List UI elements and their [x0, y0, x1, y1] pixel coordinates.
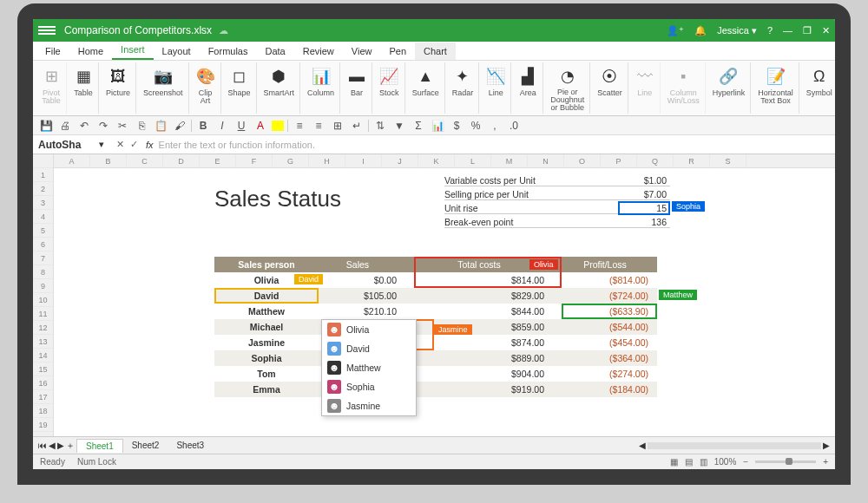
view-page-icon[interactable]: ▤ [685, 457, 693, 467]
ribbon-scatter[interactable]: ⦿Scatter [592, 62, 628, 114]
print-icon[interactable]: 🖨 [57, 119, 73, 133]
zoom-out-icon[interactable]: − [743, 457, 748, 467]
fill-color-icon[interactable] [272, 121, 284, 131]
currency-icon[interactable]: $ [449, 119, 464, 133]
sort-icon[interactable]: ⇅ [372, 119, 388, 133]
user-option[interactable]: ☻Olivia [322, 320, 416, 339]
format-painter-icon[interactable]: 🖌 [172, 119, 187, 133]
sheet-tab[interactable]: Sheet1 [76, 439, 123, 453]
minimize-icon[interactable]: — [783, 25, 792, 36]
zoom-level[interactable]: 100% [714, 457, 737, 467]
confirm-formula-icon[interactable]: ✓ [127, 139, 141, 150]
save-icon[interactable]: 💾 [38, 119, 54, 133]
cloud-sync-icon[interactable]: ☁ [219, 25, 228, 36]
underline-icon[interactable]: U [233, 119, 249, 133]
wrap-text-icon[interactable]: ↵ [349, 119, 365, 133]
ribbon-table[interactable]: ▦Table [69, 62, 99, 114]
ribbon-hyperlink[interactable]: 🔗Hyperlink [707, 62, 752, 114]
copy-icon[interactable]: ⎘ [134, 119, 149, 133]
next-sheet-icon[interactable]: ▶ [57, 441, 64, 450]
ribbon-line[interactable]: 📉Line [481, 62, 511, 114]
ribbon-picture[interactable]: 🖼Picture [101, 62, 136, 114]
ribbon-shape[interactable]: ◻Shape [223, 62, 257, 114]
italic-icon[interactable]: I [214, 119, 230, 133]
menu-tab-review[interactable]: Review [294, 42, 343, 60]
table-row[interactable]: Jasmine0$874.00($454.00) [214, 335, 657, 350]
ribbon-radar[interactable]: ✦Radar [447, 62, 480, 114]
hscroll-left-icon[interactable]: ◀ [639, 441, 646, 450]
summary-row[interactable]: Break-even point136 [444, 215, 670, 229]
undo-icon[interactable]: ↶ [76, 119, 92, 133]
align-center-icon[interactable]: ≡ [311, 119, 326, 133]
table-row[interactable]: Emma$919.00($184.00) [214, 382, 657, 397]
prev-sheet-icon[interactable]: ◀ [49, 441, 56, 450]
zoom-in-icon[interactable]: + [823, 457, 828, 467]
spreadsheet-grid[interactable]: 12345678910111213141516171819202122 ABCD… [33, 154, 835, 436]
cancel-formula-icon[interactable]: ✕ [113, 139, 127, 150]
decimal-icon[interactable]: .0 [506, 119, 522, 133]
user-dropdown[interactable]: ☻Olivia☻David☻Matthew☻Sophia☻Jasmine [321, 319, 417, 416]
menu-tab-layout[interactable]: Layout [154, 42, 200, 60]
selection-sophia [618, 201, 670, 215]
table-row[interactable]: Sophia$889.00($364.00) [214, 350, 657, 366]
font-color-icon[interactable]: A [253, 119, 268, 133]
help-icon[interactable]: ? [767, 25, 773, 36]
merge-icon[interactable]: ⊞ [330, 119, 345, 133]
user-menu[interactable]: Jessica ▾ [717, 25, 757, 36]
cell-reference[interactable]: AutoSha [38, 139, 99, 151]
menu-tab-home[interactable]: Home [69, 42, 112, 60]
ribbon-bar[interactable]: ▬Bar [342, 62, 372, 114]
hscroll-right-icon[interactable]: ▶ [823, 441, 830, 450]
share-icon[interactable]: 👤⁺ [667, 25, 684, 36]
menu-tab-data[interactable]: Data [256, 42, 293, 60]
ribbon-surface[interactable]: ▲Surface [407, 62, 445, 114]
menu-tab-formulas[interactable]: Formulas [200, 42, 257, 60]
notification-icon[interactable]: 🔔 [694, 25, 707, 36]
zoom-slider[interactable] [755, 461, 816, 463]
formula-input[interactable]: Enter the text or function information. [159, 140, 830, 150]
add-sheet-icon[interactable]: ＋ [66, 440, 75, 452]
tag-david: David [294, 274, 323, 284]
sum-icon[interactable]: Σ [411, 119, 426, 133]
ribbon-symbol[interactable]: ΩSymbol [801, 62, 838, 114]
ribbon-horizontal-text-box[interactable]: 📝Horizontal Text Box [753, 62, 799, 114]
table-row[interactable]: Tom$904.00($274.00) [214, 366, 657, 382]
menu-tab-chart[interactable]: Chart [415, 42, 456, 60]
hamburger-icon[interactable] [38, 26, 56, 35]
summary-row[interactable]: Variable costs per Unit$1.00 [444, 173, 670, 187]
sheet-tab[interactable]: Sheet3 [168, 439, 213, 453]
user-option[interactable]: ☻David [322, 339, 416, 358]
align-left-icon[interactable]: ≡ [292, 119, 307, 133]
user-option[interactable]: ☻Matthew [322, 358, 416, 377]
fx-icon[interactable]: fx [146, 140, 154, 150]
restore-icon[interactable]: ❐ [803, 25, 812, 36]
ribbon-clip-art[interactable]: 🎨Clip Art [191, 62, 221, 114]
filter-icon[interactable]: ▼ [391, 119, 407, 133]
percent-icon[interactable]: % [468, 119, 483, 133]
user-option[interactable]: ☻Jasmine [322, 396, 416, 415]
first-sheet-icon[interactable]: ⏮ [38, 441, 47, 450]
ribbon-pie-or-doughnut-or-bubble[interactable]: ◔Pie or Doughnut or Bubble [545, 62, 590, 114]
ribbon-column[interactable]: 📊Column [302, 62, 340, 114]
menu-tab-insert[interactable]: Insert [112, 41, 154, 60]
ribbon-stock[interactable]: 📈Stock [374, 62, 405, 114]
chevron-down-icon[interactable]: ▾ [99, 139, 104, 150]
ribbon-smartart[interactable]: ⬢SmartArt [259, 62, 301, 114]
chart-icon[interactable]: 📊 [430, 119, 445, 133]
menu-tab-file[interactable]: File [36, 42, 69, 60]
menu-tab-view[interactable]: View [343, 42, 381, 60]
cut-icon[interactable]: ✂ [115, 119, 130, 133]
user-option[interactable]: ☻Sophia [322, 377, 416, 396]
close-icon[interactable]: ✕ [822, 25, 830, 36]
ribbon-area[interactable]: ▟Area [513, 62, 543, 114]
paste-icon[interactable]: 📋 [153, 119, 168, 133]
bold-icon[interactable]: B [195, 119, 211, 133]
comma-icon[interactable]: , [487, 119, 503, 133]
view-break-icon[interactable]: ▥ [700, 457, 707, 467]
menu-tab-pen[interactable]: Pen [380, 42, 415, 60]
ribbon-screenshot[interactable]: 📷Screenshot [138, 62, 189, 114]
view-normal-icon[interactable]: ▦ [670, 457, 678, 467]
redo-icon[interactable]: ↷ [95, 119, 111, 133]
summary-row[interactable]: Selling price per Unit$7.00 [444, 187, 670, 201]
sheet-tab[interactable]: Sheet2 [123, 439, 168, 453]
